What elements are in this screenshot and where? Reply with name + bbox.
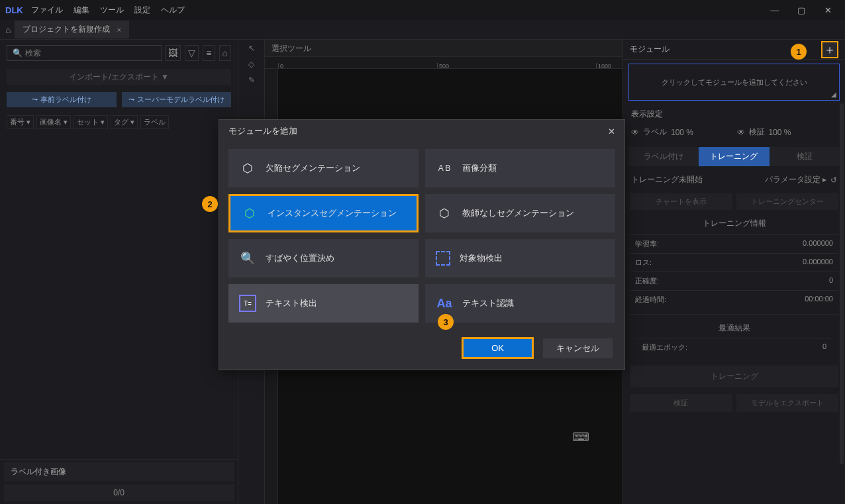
cancel-button[interactable]: キャンセル <box>543 338 613 358</box>
classify-icon: A B <box>436 160 453 177</box>
callout-1: 1 <box>791 44 807 60</box>
nut-defect-icon: ⬡ <box>239 160 256 177</box>
text-rec-icon: Aa <box>436 295 453 312</box>
callout-2: 2 <box>202 196 218 212</box>
nut-unsup-icon: ⬡ <box>436 205 453 222</box>
modal-title: モジュールを追加 <box>228 125 297 137</box>
module-instance-segmentation[interactable]: ⬡ インスタンスセグメンテーション <box>228 194 419 232</box>
module-text-detection[interactable]: T= テキスト検出 <box>228 284 419 323</box>
module-unsupervised-segmentation[interactable]: ⬡ 教師なしセグメンテーション <box>425 194 615 232</box>
text-detect-icon: T= <box>239 295 256 312</box>
magnifier-icon: 🔍 <box>239 250 256 267</box>
module-object-detection[interactable]: 対象物検出 <box>425 239 615 277</box>
modal-close-icon[interactable]: ✕ <box>608 126 615 136</box>
bbox-icon <box>436 251 450 266</box>
module-defect-segmentation[interactable]: ⬡ 欠陥セグメンテーション <box>228 149 419 187</box>
module-image-classification[interactable]: A B 画像分類 <box>425 149 615 187</box>
nut-green-icon: ⬡ <box>241 205 258 222</box>
module-text-recognition[interactable]: Aa テキスト認識 <box>425 284 615 323</box>
ok-button[interactable]: OK <box>462 337 534 359</box>
callout-3: 3 <box>438 314 454 330</box>
add-module-modal: モジュールを追加 ✕ ⬡ 欠陥セグメンテーション A B 画像分類 ⬡ インスタ… <box>219 119 625 370</box>
module-fast-locate[interactable]: 🔍 すばやく位置決め <box>228 239 419 277</box>
